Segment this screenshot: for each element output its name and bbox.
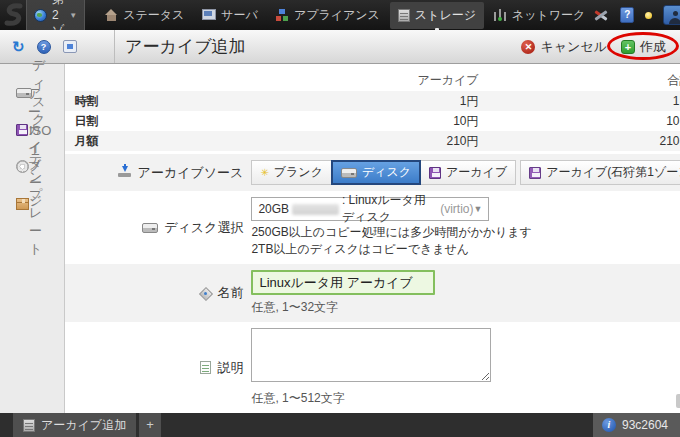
column-header-total: 合計 (668, 69, 680, 91)
person-icon (669, 11, 680, 24)
form-row-archive-source: アーカイブソース ✳ ブランク ディスク アーカイブ アーカイブ(石狩第1ゾーン (65, 154, 680, 191)
tools-icon[interactable] (593, 8, 609, 23)
pricing-header-row: アーカイブ 合計 (65, 69, 680, 91)
home-icon (105, 9, 118, 21)
storage-icon (398, 9, 410, 22)
option-label: ディスク (362, 164, 411, 181)
nav-item-status[interactable]: ステータス (97, 2, 192, 29)
page-toolbar: ↻ ? アーカイブ追加 ✕ キャンセル + 作成 (0, 30, 680, 64)
archive-price: 10円 (453, 111, 478, 131)
redacted-text (292, 204, 339, 215)
main-nav: ステータス サーバ アプライアンス ストレージ ネットワーク (97, 0, 593, 30)
total-price: 210円 (660, 131, 680, 151)
archive-source-options: ✳ ブランク ディスク アーカイブ アーカイブ(石狩第1ゾーン) (251, 160, 680, 185)
source-option-archive[interactable]: アーカイブ (420, 160, 516, 185)
template-box-icon (16, 198, 29, 210)
disk-interface: (virtio) (440, 202, 473, 216)
expand-button[interactable]: [+] (676, 394, 680, 408)
field-label: アーカイブソース (138, 164, 244, 182)
tag-icon (199, 287, 211, 299)
plus-icon: + (621, 40, 635, 54)
disk-icon (142, 223, 158, 233)
nav-item-network[interactable]: ネットワーク (486, 2, 593, 29)
description-field-wrap: 任意, 1〜512文字 (251, 328, 491, 407)
chevron-down-icon: ▼ (69, 11, 77, 20)
disk-select-field: 20GB : Linuxルータ用ディスク (virtio) ▼ 250GB以上の… (251, 197, 531, 258)
create-button[interactable]: + 作成 (621, 38, 666, 56)
option-label: ブランク (274, 164, 323, 181)
disk-icon (16, 88, 32, 98)
help-circle-icon[interactable]: ? (37, 40, 51, 54)
option-label: アーカイブ (446, 164, 507, 181)
nav-label: サーバ (221, 7, 258, 24)
status-bar: アーカイブ追加 + i 93c2604 (0, 413, 680, 437)
row-label: 月額 (74, 131, 98, 151)
nav-label: アプライアンス (294, 7, 380, 24)
floppy-icon (529, 167, 541, 179)
option-label: アーカイブ(石狩第1ゾーン) (546, 164, 680, 181)
cancel-label: キャンセル (540, 38, 607, 56)
field-label: ディスク選択 (164, 219, 243, 237)
appliance-icon (276, 9, 289, 21)
row-label: 時割 (74, 91, 98, 111)
description-label: 説明 (65, 359, 243, 377)
name-hint: 任意, 1〜32文字 (251, 299, 435, 316)
name-label: 名前 (65, 284, 243, 302)
cancel-button[interactable]: ✕ キャンセル (521, 38, 607, 56)
nav-item-appliance[interactable]: アプライアンス (268, 2, 388, 29)
description-textarea[interactable] (251, 328, 491, 382)
server-icon (202, 9, 216, 21)
notification-dot-icon (645, 12, 652, 19)
form-row-disk-select: ディスク選択 20GB : Linuxルータ用ディスク (virtio) ▼ 2… (65, 191, 680, 264)
source-option-blank[interactable]: ✳ ブランク (251, 160, 332, 185)
storage-icon (23, 419, 35, 432)
toolbar-actions: ✕ キャンセル + 作成 (521, 30, 680, 63)
disk-select-label: ディスク選択 (65, 219, 243, 237)
source-option-archive-zone1[interactable]: アーカイブ(石狩第1ゾーン) (520, 160, 680, 185)
total-price: 10円 (666, 111, 680, 131)
disk-icon (341, 168, 357, 178)
source-option-disk[interactable]: ディスク (331, 160, 421, 185)
refresh-icon[interactable]: ↻ (12, 38, 25, 56)
total-price: 1円 (673, 91, 680, 111)
table-row: 月額 210円 210円 (65, 131, 680, 151)
disk-name: : Linuxルータ用ディスク (342, 192, 436, 226)
column-header-archive: アーカイブ (417, 69, 478, 91)
cancel-x-icon: ✕ (521, 40, 535, 54)
row-label: 日割 (74, 111, 98, 131)
nav-item-storage[interactable]: ストレージ (390, 2, 484, 29)
field-label: 説明 (217, 359, 243, 377)
nav-label: ストレージ (415, 7, 476, 24)
archive-source-label: アーカイブソース (65, 164, 243, 182)
note-icon (200, 361, 211, 374)
globe-icon (34, 9, 47, 22)
sidebar: ディスク アーカイブ ISOイメージ テンプレート (0, 64, 65, 413)
open-window-icon[interactable] (63, 40, 77, 53)
name-field-wrap: 任意, 1〜32文字 (251, 270, 435, 316)
chevron-down-icon: ▼ (473, 204, 482, 214)
form-row-description: 説明 任意, 1〜512文字 (65, 322, 680, 413)
network-icon (494, 9, 507, 21)
name-input[interactable] (251, 270, 435, 295)
top-navigation-bar: 石狩第2ゾーン ▼ ステータス サーバ アプライアンス ストレージ ネットワーク… (0, 0, 680, 30)
info-icon[interactable]: i (602, 418, 616, 432)
archive-price: 210円 (447, 131, 479, 151)
task-tab-archive-add[interactable]: アーカイブ追加 (13, 413, 136, 437)
disk-size: 20GB (258, 202, 289, 216)
iso-disc-icon (16, 160, 29, 173)
nav-label: ネットワーク (512, 7, 585, 24)
content-panel: アーカイブ 合計 時割 1円 1円 日割 10円 10円 月額 210円 210… (65, 64, 680, 413)
description-hint: 任意, 1〜512文字 (251, 390, 491, 407)
floppy-icon (429, 167, 441, 179)
sakura-cloud-logo (0, 0, 26, 30)
new-tab-button[interactable]: + (139, 413, 161, 437)
help-icon[interactable]: ? (620, 7, 634, 23)
toolbar-icon-strip: ↻ ? (0, 30, 115, 63)
user-button[interactable] (663, 5, 680, 25)
nav-label: ステータス (123, 7, 184, 24)
floppy-icon (16, 124, 28, 136)
sidebar-item-template[interactable]: テンプレート (0, 185, 64, 222)
disk-select[interactable]: 20GB : Linuxルータ用ディスク (virtio) ▼ (251, 197, 489, 221)
page-title: アーカイブ追加 (125, 35, 246, 58)
nav-item-server[interactable]: サーバ (194, 2, 266, 29)
